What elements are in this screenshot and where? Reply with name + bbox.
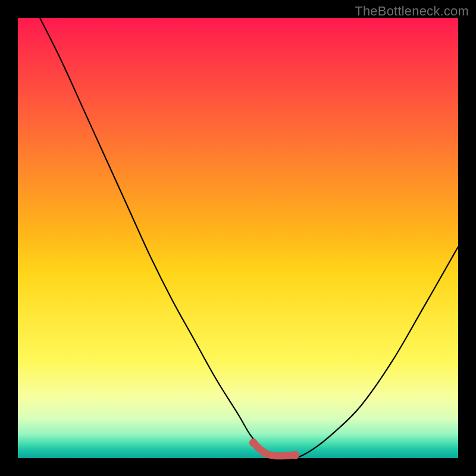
outer-frame: TheBottleneck.com <box>0 0 476 476</box>
optimal-range-start-dot <box>249 439 258 447</box>
optimal-range-end-dot <box>291 451 299 459</box>
optimal-range-marker <box>253 443 295 456</box>
chart-svg <box>18 18 458 458</box>
chart-plot-area <box>18 18 458 458</box>
bottleneck-curve <box>40 18 458 459</box>
watermark-text: TheBottleneck.com <box>355 4 469 19</box>
